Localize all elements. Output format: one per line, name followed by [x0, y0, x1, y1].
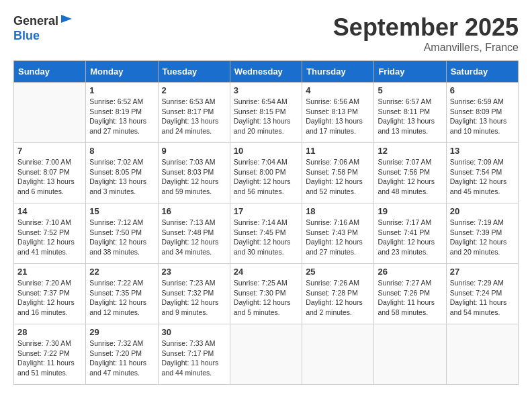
week-row-4: 21Sunrise: 7:20 AM Sunset: 7:37 PM Dayli…: [14, 264, 519, 324]
calendar-cell: 22Sunrise: 7:22 AM Sunset: 7:35 PM Dayli…: [86, 264, 158, 324]
calendar-cell: 17Sunrise: 7:14 AM Sunset: 7:45 PM Dayli…: [230, 203, 302, 264]
day-number: 13: [450, 146, 515, 156]
day-info: Sunrise: 7:27 AM Sunset: 7:26 PM Dayligh…: [378, 278, 442, 318]
day-number: 17: [234, 206, 298, 216]
calendar-cell: 8Sunrise: 7:02 AM Sunset: 8:05 PM Daylig…: [86, 143, 158, 203]
day-number: 3: [234, 85, 298, 95]
day-info: Sunrise: 7:13 AM Sunset: 7:48 PM Dayligh…: [162, 218, 226, 257]
calendar-cell: 15Sunrise: 7:12 AM Sunset: 7:50 PM Dayli…: [86, 203, 158, 264]
day-number: 19: [378, 206, 442, 216]
weekday-header-wednesday: Wednesday: [230, 61, 302, 83]
calendar-cell: 23Sunrise: 7:23 AM Sunset: 7:32 PM Dayli…: [158, 264, 230, 324]
week-row-3: 14Sunrise: 7:10 AM Sunset: 7:52 PM Dayli…: [14, 203, 519, 264]
calendar-cell: 5Sunrise: 6:57 AM Sunset: 8:11 PM Daylig…: [374, 83, 446, 143]
day-number: 7: [17, 146, 82, 156]
calendar-cell: 29Sunrise: 7:32 AM Sunset: 7:20 PM Dayli…: [86, 324, 158, 385]
day-info: Sunrise: 6:57 AM Sunset: 8:11 PM Dayligh…: [378, 97, 442, 136]
day-info: Sunrise: 7:12 AM Sunset: 7:50 PM Dayligh…: [89, 218, 154, 257]
day-number: 14: [17, 206, 82, 216]
calendar-cell: 14Sunrise: 7:10 AM Sunset: 7:52 PM Dayli…: [14, 203, 86, 264]
calendar-cell: 10Sunrise: 7:04 AM Sunset: 8:00 PM Dayli…: [230, 143, 302, 203]
weekday-header-thursday: Thursday: [302, 61, 374, 83]
day-info: Sunrise: 7:33 AM Sunset: 7:17 PM Dayligh…: [162, 338, 226, 378]
day-info: Sunrise: 7:25 AM Sunset: 7:30 PM Dayligh…: [234, 278, 298, 318]
day-info: Sunrise: 7:22 AM Sunset: 7:35 PM Dayligh…: [89, 278, 154, 318]
logo-text: General Blue: [13, 13, 73, 43]
day-number: 1: [89, 85, 154, 95]
day-info: Sunrise: 7:10 AM Sunset: 7:52 PM Dayligh…: [17, 218, 82, 257]
logo: General Blue: [13, 13, 73, 43]
week-row-2: 7Sunrise: 7:00 AM Sunset: 8:07 PM Daylig…: [14, 143, 519, 203]
day-info: Sunrise: 7:17 AM Sunset: 7:41 PM Dayligh…: [378, 218, 442, 257]
weekday-header-saturday: Saturday: [446, 61, 518, 83]
location: Amanvillers, France: [333, 42, 519, 54]
weekday-header-monday: Monday: [86, 61, 158, 83]
calendar-cell: 1Sunrise: 6:52 AM Sunset: 8:19 PM Daylig…: [86, 83, 158, 143]
week-row-1: 1Sunrise: 6:52 AM Sunset: 8:19 PM Daylig…: [14, 83, 519, 143]
month-title: September 2025: [333, 13, 519, 42]
day-number: 5: [378, 85, 442, 95]
calendar-cell: [446, 324, 518, 385]
day-info: Sunrise: 6:54 AM Sunset: 8:15 PM Dayligh…: [234, 97, 298, 136]
calendar-cell: 24Sunrise: 7:25 AM Sunset: 7:30 PM Dayli…: [230, 264, 302, 324]
weekday-header-sunday: Sunday: [14, 61, 86, 83]
day-info: Sunrise: 7:30 AM Sunset: 7:22 PM Dayligh…: [17, 338, 82, 378]
day-number: 9: [162, 146, 226, 156]
day-info: Sunrise: 6:53 AM Sunset: 8:17 PM Dayligh…: [162, 97, 226, 136]
day-info: Sunrise: 6:59 AM Sunset: 8:09 PM Dayligh…: [450, 97, 515, 136]
day-info: Sunrise: 7:26 AM Sunset: 7:28 PM Dayligh…: [306, 278, 370, 318]
weekday-header-tuesday: Tuesday: [158, 61, 230, 83]
calendar-cell: 30Sunrise: 7:33 AM Sunset: 7:17 PM Dayli…: [158, 324, 230, 385]
logo-flag-icon: [60, 13, 73, 30]
calendar-cell: [230, 324, 302, 385]
calendar-table: SundayMondayTuesdayWednesdayThursdayFrid…: [13, 60, 519, 385]
day-info: Sunrise: 7:23 AM Sunset: 7:32 PM Dayligh…: [162, 278, 226, 318]
day-info: Sunrise: 6:52 AM Sunset: 8:19 PM Dayligh…: [89, 97, 154, 136]
day-info: Sunrise: 7:04 AM Sunset: 8:00 PM Dayligh…: [234, 157, 298, 197]
day-info: Sunrise: 6:56 AM Sunset: 8:13 PM Dayligh…: [306, 97, 370, 136]
calendar-cell: [302, 324, 374, 385]
calendar-cell: 27Sunrise: 7:29 AM Sunset: 7:24 PM Dayli…: [446, 264, 518, 324]
calendar-cell: 20Sunrise: 7:19 AM Sunset: 7:39 PM Dayli…: [446, 203, 518, 264]
day-info: Sunrise: 7:32 AM Sunset: 7:20 PM Dayligh…: [89, 338, 154, 378]
day-info: Sunrise: 7:06 AM Sunset: 7:58 PM Dayligh…: [306, 157, 370, 197]
day-info: Sunrise: 7:02 AM Sunset: 8:05 PM Dayligh…: [89, 157, 154, 197]
day-info: Sunrise: 7:20 AM Sunset: 7:37 PM Dayligh…: [17, 278, 82, 318]
day-info: Sunrise: 7:07 AM Sunset: 7:56 PM Dayligh…: [378, 157, 442, 197]
weekday-header-row: SundayMondayTuesdayWednesdayThursdayFrid…: [14, 61, 519, 83]
day-number: 15: [89, 206, 154, 216]
day-number: 21: [17, 267, 82, 277]
calendar-cell: 18Sunrise: 7:16 AM Sunset: 7:43 PM Dayli…: [302, 203, 374, 264]
day-info: Sunrise: 7:09 AM Sunset: 7:54 PM Dayligh…: [450, 157, 515, 197]
day-number: 16: [162, 206, 226, 216]
title-block: September 2025 Amanvillers, France: [333, 13, 519, 54]
day-info: Sunrise: 7:00 AM Sunset: 8:07 PM Dayligh…: [17, 157, 82, 197]
calendar-cell: 12Sunrise: 7:07 AM Sunset: 7:56 PM Dayli…: [374, 143, 446, 203]
day-number: 30: [162, 327, 226, 337]
day-number: 4: [306, 85, 370, 95]
day-number: 25: [306, 267, 370, 277]
calendar-cell: 4Sunrise: 6:56 AM Sunset: 8:13 PM Daylig…: [302, 83, 374, 143]
day-number: 2: [162, 85, 226, 95]
logo-blue: Blue: [13, 30, 73, 43]
day-number: 10: [234, 146, 298, 156]
day-number: 20: [450, 206, 515, 216]
day-info: Sunrise: 7:14 AM Sunset: 7:45 PM Dayligh…: [234, 218, 298, 257]
day-number: 28: [17, 327, 82, 337]
calendar-cell: 16Sunrise: 7:13 AM Sunset: 7:48 PM Dayli…: [158, 203, 230, 264]
day-number: 12: [378, 146, 442, 156]
calendar-cell: [374, 324, 446, 385]
day-number: 6: [450, 85, 515, 95]
week-row-5: 28Sunrise: 7:30 AM Sunset: 7:22 PM Dayli…: [14, 324, 519, 385]
day-info: Sunrise: 7:19 AM Sunset: 7:39 PM Dayligh…: [450, 218, 515, 257]
calendar-cell: 26Sunrise: 7:27 AM Sunset: 7:26 PM Dayli…: [374, 264, 446, 324]
day-number: 26: [378, 267, 442, 277]
calendar-cell: 28Sunrise: 7:30 AM Sunset: 7:22 PM Dayli…: [14, 324, 86, 385]
svg-marker-0: [61, 15, 72, 23]
calendar-cell: 21Sunrise: 7:20 AM Sunset: 7:37 PM Dayli…: [14, 264, 86, 324]
calendar-cell: 7Sunrise: 7:00 AM Sunset: 8:07 PM Daylig…: [14, 143, 86, 203]
day-number: 23: [162, 267, 226, 277]
day-info: Sunrise: 7:03 AM Sunset: 8:03 PM Dayligh…: [162, 157, 226, 197]
calendar-cell: 19Sunrise: 7:17 AM Sunset: 7:41 PM Dayli…: [374, 203, 446, 264]
day-info: Sunrise: 7:29 AM Sunset: 7:24 PM Dayligh…: [450, 278, 515, 318]
